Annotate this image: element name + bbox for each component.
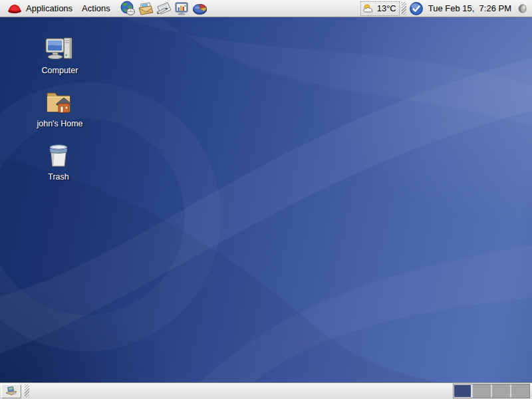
desktop-icon-label: Computer [42, 66, 78, 75]
show-desktop-icon [5, 386, 18, 396]
workspace-4[interactable] [511, 384, 529, 398]
calc-launcher[interactable] [191, 1, 209, 17]
email-launcher[interactable] [137, 1, 155, 17]
clock-applet[interactable]: Tue Feb 15, 7:26 PM [425, 3, 515, 13]
update-check-icon [409, 1, 424, 16]
show-desktop-button[interactable] [1, 384, 21, 398]
applications-menu[interactable]: Applications [3, 1, 77, 17]
weather-applet[interactable]: 13°C [360, 1, 400, 16]
desktop-icon-label: Trash [48, 172, 69, 182]
applet-drag-handle[interactable] [402, 2, 406, 15]
applications-menu-label: Applications [26, 3, 72, 13]
desktop-icon-trash[interactable]: Trash [22, 141, 95, 182]
writer-launcher[interactable] [155, 1, 173, 17]
panel-drag-handle[interactable] [25, 384, 29, 398]
calc-icon [192, 1, 208, 16]
email-icon [138, 1, 154, 16]
speaker-icon [516, 3, 528, 15]
desktop[interactable]: Computer john's Home [0, 17, 532, 382]
actions-menu[interactable]: Actions [77, 1, 115, 17]
trash-icon [44, 141, 73, 170]
workspace-2[interactable] [473, 384, 491, 398]
actions-menu-label: Actions [82, 3, 110, 13]
impress-icon [174, 1, 190, 16]
red-hat-icon [7, 3, 22, 14]
bottom-panel [0, 382, 532, 399]
volume-applet[interactable] [515, 1, 529, 17]
desktop-icon-computer[interactable]: Computer [23, 35, 96, 75]
cloud-icon [362, 3, 376, 14]
home-folder-icon [43, 88, 76, 117]
desktop-icon-home[interactable]: john's Home [23, 88, 96, 128]
computer-icon [45, 35, 75, 64]
top-panel: Applications Actions [0, 0, 532, 17]
writer-icon [156, 1, 172, 16]
workspace-switcher [453, 384, 530, 398]
update-notifier[interactable] [408, 1, 425, 17]
workspace-1[interactable] [454, 384, 471, 398]
workspace-3[interactable] [492, 384, 510, 398]
impress-launcher[interactable] [173, 1, 191, 17]
web-browser-launcher[interactable] [119, 1, 137, 17]
web-browser-icon [120, 1, 136, 16]
weather-temp: 13°C [377, 3, 396, 13]
desktop-icon-label: john's Home [37, 119, 82, 128]
